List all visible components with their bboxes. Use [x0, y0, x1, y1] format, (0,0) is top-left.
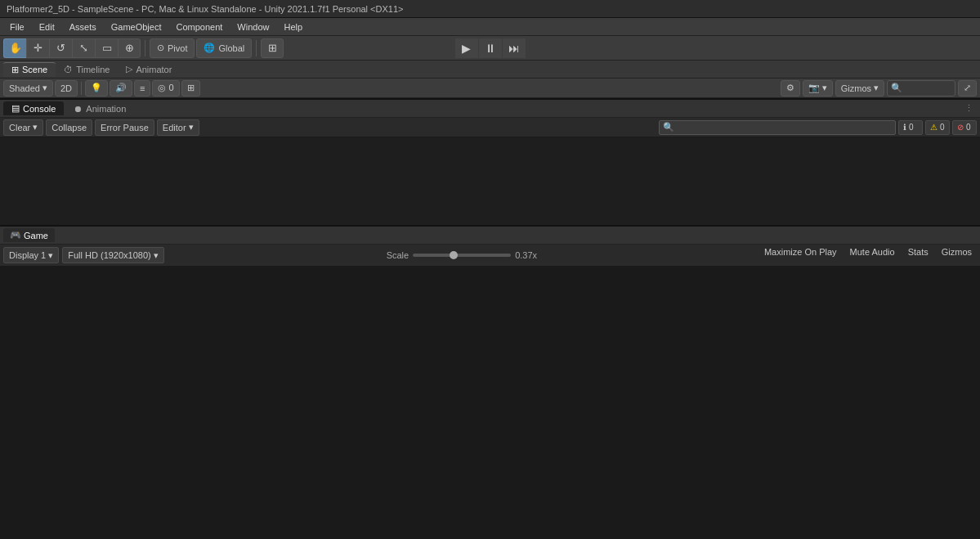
error-badge: ⊘ 0	[952, 120, 977, 135]
sep-1	[145, 40, 145, 56]
menu-bar: File Edit Assets GameObject Component Wi…	[0, 18, 980, 36]
pivot-button[interactable]: ⊙ Pivot	[150, 38, 195, 58]
maximize-btn[interactable]: ⤢	[958, 80, 977, 97]
game-area: 🎮 Game Display 1 ▾ Full HD (1920x1080) ▾…	[0, 225, 980, 266]
console-content	[0, 137, 980, 225]
shading-dropdown[interactable]: Shaded ▾	[3, 80, 53, 97]
gizmos-button[interactable]: Gizmos ▾	[835, 80, 884, 97]
clear-chevron: ▾	[33, 122, 38, 133]
scene-toolbar: Shaded ▾ 2D 💡 🔊 ≡ ◎ 0 ⊞ ⚙ 📷 ▾ Gizmos ▾ 🔍…	[0, 79, 980, 98]
console-area: ▤ Console ⏺ Animation ⋮ Clear ▾ Collapse…	[0, 98, 980, 225]
tool-rotate[interactable]: ↺	[49, 38, 72, 58]
console-icon: ▤	[11, 103, 20, 114]
log-icon: ℹ	[903, 123, 906, 132]
hidden-toggle[interactable]: ◎ 0	[152, 80, 179, 97]
scale-slider-track[interactable]	[413, 254, 511, 257]
scale-value: 0.37x	[515, 250, 537, 260]
warning-badge: ⚠ 0	[925, 120, 950, 135]
scale-label: Scale	[387, 250, 409, 260]
scene-tab-bar: ⊞ Scene ⏱ Timeline ▷ Animator	[0, 61, 980, 79]
menu-assets[interactable]: Assets	[63, 20, 103, 34]
window-title: Platformer2_5D - SampleScene - PC, Mac &…	[7, 4, 403, 14]
menu-help[interactable]: Help	[277, 20, 309, 34]
tool-combined[interactable]: ⊕	[118, 38, 141, 58]
console-overflow-menu[interactable]: ⋮	[960, 101, 977, 117]
pause-button[interactable]: ⏸	[479, 38, 502, 58]
tab-game[interactable]: 🎮 Game	[3, 228, 55, 242]
sep-scene-1	[81, 82, 82, 95]
clear-button[interactable]: Clear ▾	[3, 119, 43, 136]
tool-rect[interactable]: ▭	[95, 38, 118, 58]
resolution-chevron: ▾	[154, 250, 159, 261]
console-search-box[interactable]: 🔍	[659, 120, 896, 135]
display-chevron: ▾	[48, 250, 53, 261]
main-toolbar: ✋ ✛ ↺ ⤡ ▭ ⊕ ⊙ Pivot 🌐 Global ⊞ ▶ ⏸ ⏭	[0, 36, 980, 61]
play-button[interactable]: ▶	[455, 38, 478, 58]
gizmos-chevron: ▾	[874, 83, 879, 93]
menu-gameobject[interactable]: GameObject	[105, 20, 168, 34]
search-input[interactable]	[902, 83, 951, 93]
collapse-button[interactable]: Collapse	[46, 119, 92, 136]
game-tab-bar: 🎮 Game	[0, 227, 980, 245]
transform-tools: ✋ ✛ ↺ ⤡ ▭ ⊕	[3, 38, 141, 58]
tab-animator[interactable]: ▷ Animator	[118, 62, 180, 76]
editor-chevron: ▾	[189, 122, 194, 133]
grid-toggle[interactable]: ⊞	[181, 80, 200, 97]
sep-2	[256, 40, 257, 56]
maximize-on-play-button[interactable]: Maximize On Play	[759, 247, 842, 263]
menu-window[interactable]: Window	[230, 20, 275, 34]
tab-timeline[interactable]: ⏱ Timeline	[56, 63, 118, 76]
tool-move[interactable]: ✛	[26, 38, 49, 58]
animation-icon: ⏺	[74, 104, 83, 114]
scene-settings-btn[interactable]: ⚙	[781, 80, 800, 97]
menu-edit[interactable]: Edit	[33, 20, 61, 34]
error-icon: ⊘	[957, 123, 964, 132]
console-toolbar: Clear ▾ Collapse Error Pause Editor ▾ 🔍 …	[0, 118, 980, 137]
game-icon: 🎮	[10, 230, 21, 240]
tab-console[interactable]: ▤ Console	[3, 101, 64, 115]
custom-btn[interactable]: ⊞	[261, 38, 284, 58]
resolution-dropdown[interactable]: Full HD (1920x1080) ▾	[62, 247, 164, 263]
console-tab-right: ⋮	[960, 101, 977, 117]
tab-animation[interactable]: ⏺ Animation	[65, 102, 134, 115]
stats-button[interactable]: Stats	[903, 247, 933, 263]
scale-slider-thumb[interactable]	[450, 251, 458, 259]
menu-file[interactable]: File	[3, 20, 31, 34]
editor-dropdown[interactable]: Editor ▾	[157, 119, 199, 136]
scale-control: Scale 0.37x	[387, 250, 537, 260]
menu-component[interactable]: Component	[169, 20, 229, 34]
timeline-icon: ⏱	[64, 65, 73, 74]
search-icon: 🔍	[891, 83, 902, 93]
tool-scale[interactable]: ⤡	[72, 38, 95, 58]
lighting-toggle[interactable]: 💡	[85, 80, 108, 97]
search-box[interactable]: 🔍	[887, 80, 955, 97]
title-bar: Platformer2_5D - SampleScene - PC, Mac &…	[0, 0, 980, 18]
warning-icon: ⚠	[930, 123, 937, 132]
log-badge: ℹ 0	[898, 120, 923, 135]
chevron-down-icon: ▾	[43, 83, 47, 93]
camera-dropdown[interactable]: 📷 ▾	[803, 80, 833, 97]
mode-2d-button[interactable]: 2D	[55, 80, 78, 97]
play-controls: ▶ ⏸ ⏭	[455, 38, 526, 58]
console-search-input[interactable]	[677, 123, 892, 133]
fx-toggle[interactable]: ≡	[134, 80, 150, 97]
tab-scene[interactable]: ⊞ Scene	[3, 62, 56, 77]
search-icon: 🔍	[663, 122, 674, 133]
mute-audio-button[interactable]: Mute Audio	[845, 247, 900, 263]
game-toolbar: Display 1 ▾ Full HD (1920x1080) ▾ Scale …	[0, 245, 980, 266]
animator-icon: ▷	[126, 64, 132, 74]
game-toolbar-right: Maximize On Play Mute Audio Stats Gizmos	[759, 247, 977, 263]
global-button[interactable]: 🌐 Global	[196, 38, 252, 58]
scene-icon: ⊞	[11, 65, 19, 75]
error-pause-button[interactable]: Error Pause	[95, 119, 154, 136]
gizmos-game-button[interactable]: Gizmos	[937, 247, 977, 263]
step-button[interactable]: ⏭	[503, 38, 526, 58]
pivot-icon: ⊙	[157, 43, 164, 53]
display-dropdown[interactable]: Display 1 ▾	[3, 247, 59, 263]
global-icon: 🌐	[204, 43, 215, 53]
audio-toggle[interactable]: 🔊	[110, 80, 132, 97]
tool-hand[interactable]: ✋	[3, 38, 26, 58]
console-tab-bar: ▤ Console ⏺ Animation ⋮	[0, 100, 980, 118]
